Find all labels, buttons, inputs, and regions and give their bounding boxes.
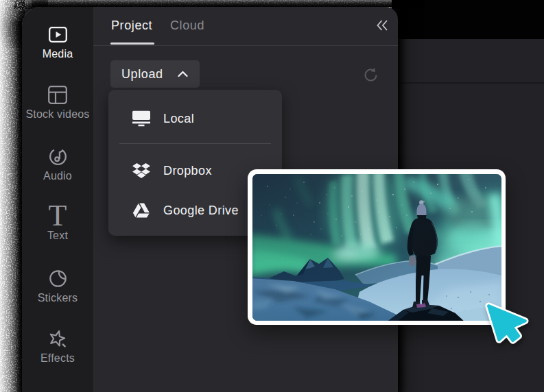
svg-text:T: T <box>48 205 67 227</box>
